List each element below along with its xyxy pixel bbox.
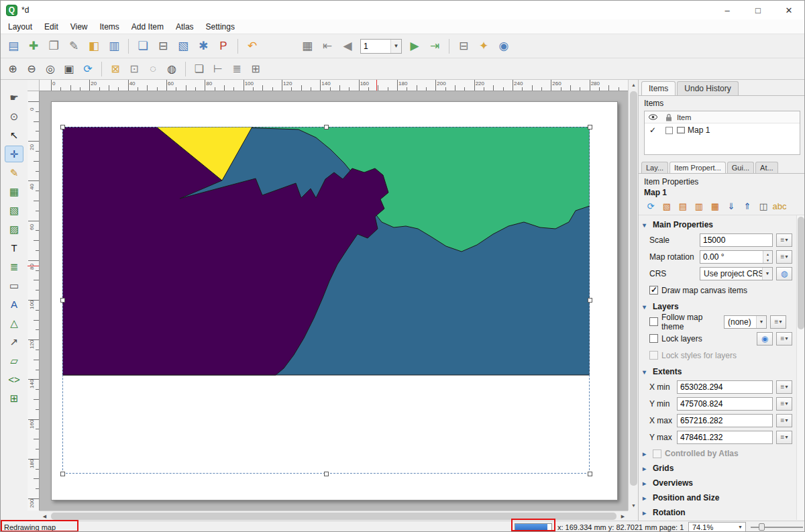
zoom-to-page-icon[interactable]: ◍ bbox=[164, 61, 180, 77]
export-svg-icon[interactable]: ✱ bbox=[195, 38, 212, 55]
x-max-input[interactable] bbox=[677, 414, 773, 427]
pan-tool-icon[interactable]: ☛ bbox=[5, 89, 23, 106]
atlas-previous-feature-icon[interactable]: ◀ bbox=[339, 38, 356, 55]
zoom-slider[interactable] bbox=[751, 521, 803, 532]
tab-items[interactable]: Items bbox=[641, 81, 676, 95]
layout-canvas[interactable] bbox=[40, 91, 628, 511]
add-attribute-table-icon[interactable]: ⊞ bbox=[5, 390, 23, 407]
draw-canvas-items-checkbox[interactable] bbox=[649, 286, 658, 295]
add-3d-map-icon[interactable]: ▧ bbox=[5, 202, 23, 219]
theme-data-defined-button[interactable]: ≡▾ bbox=[770, 315, 786, 329]
scale-data-defined-button[interactable]: ≡▾ bbox=[776, 233, 792, 247]
set-map-extent-to-canvas-icon[interactable]: ▧ bbox=[659, 200, 674, 213]
atlas-first-feature-icon[interactable]: ⇤ bbox=[319, 38, 336, 55]
crs-select-button[interactable]: ◍ bbox=[776, 267, 792, 280]
print-icon[interactable]: ⊟ bbox=[154, 38, 172, 55]
follow-map-theme-checkbox[interactable] bbox=[649, 317, 658, 326]
align-items-icon[interactable]: ⊢ bbox=[210, 61, 226, 77]
atlas-settings-icon[interactable]: ▦ bbox=[299, 38, 316, 55]
spinner-arrows[interactable]: ▴▾ bbox=[763, 251, 772, 263]
tab-undo-history[interactable]: Undo History bbox=[677, 81, 738, 95]
edit-nodes-tool-icon[interactable]: ✎ bbox=[5, 164, 23, 181]
y-min-input[interactable] bbox=[677, 397, 773, 411]
atlas-last-feature-icon[interactable]: ⇥ bbox=[426, 38, 443, 55]
scroll-right-icon[interactable]: ▶ bbox=[618, 511, 628, 521]
page-setup-icon[interactable]: ❏ bbox=[134, 38, 152, 55]
add-picture-icon[interactable]: ▨ bbox=[5, 221, 23, 237]
section-main-properties[interactable]: ▾ Main Properties bbox=[639, 217, 805, 231]
rotation-data-defined-button[interactable]: ≡▾ bbox=[776, 250, 792, 264]
layers-visibility-button[interactable]: ◉ bbox=[757, 332, 773, 345]
save-project-icon[interactable]: ▤ bbox=[5, 38, 22, 55]
lock-selected-items-icon[interactable]: ⊠ bbox=[107, 61, 123, 77]
zoom-in-icon[interactable]: ⊕ bbox=[5, 61, 21, 77]
bookmark-extent-icon[interactable]: ⇓ bbox=[724, 200, 739, 213]
select-move-item-tool-icon[interactable]: ↖ bbox=[5, 127, 23, 144]
export-pdf-icon[interactable]: P bbox=[215, 38, 232, 55]
tab-layout[interactable]: Lay... bbox=[641, 162, 668, 173]
selection-handle[interactable] bbox=[588, 472, 592, 476]
move-pages-icon[interactable]: ❏ bbox=[191, 61, 207, 77]
layout-manager-icon[interactable]: ✎ bbox=[65, 38, 83, 55]
tab-atlas[interactable]: At... bbox=[755, 162, 778, 173]
selection-handle[interactable] bbox=[588, 125, 592, 129]
section-grids[interactable]: ▸ Grids bbox=[639, 460, 805, 475]
distribute-items-icon[interactable]: ≣ bbox=[229, 61, 245, 77]
scrollbar-thumb[interactable] bbox=[51, 513, 616, 520]
layers-data-defined-button[interactable]: ≡▾ bbox=[776, 332, 792, 345]
menu-settings[interactable]: Settings bbox=[200, 21, 241, 33]
menu-layout[interactable]: Layout bbox=[2, 21, 38, 33]
add-legend-icon[interactable]: ≣ bbox=[5, 258, 23, 275]
crs-combo[interactable]: Use project CRS ▼ bbox=[700, 267, 773, 280]
zoom-out-icon[interactable]: ⊖ bbox=[23, 61, 40, 77]
grid-frame-icon[interactable]: ◫ bbox=[756, 200, 771, 213]
slider-handle[interactable] bbox=[759, 523, 765, 531]
add-map-icon[interactable]: ▦ bbox=[5, 183, 23, 200]
tab-item-properties[interactable]: Item Propert... bbox=[669, 162, 726, 173]
section-overviews[interactable]: ▸ Overviews bbox=[639, 475, 805, 490]
zoom-tool-icon[interactable]: ⊙ bbox=[5, 108, 23, 125]
scale-input[interactable] bbox=[700, 233, 773, 247]
refresh-view-icon[interactable]: ⟳ bbox=[80, 61, 96, 77]
lock-checkbox[interactable] bbox=[665, 127, 673, 134]
add-shape-icon[interactable]: △ bbox=[5, 315, 23, 331]
atlas-next-feature-icon[interactable]: ▶ bbox=[406, 38, 423, 55]
horizontal-scrollbar[interactable]: ◀ ▶ bbox=[40, 511, 628, 521]
duplicate-layout-icon[interactable]: ❐ bbox=[45, 38, 62, 55]
selection-handle[interactable] bbox=[324, 472, 329, 476]
close-button[interactable]: ✕ bbox=[773, 1, 804, 19]
resize-items-icon[interactable]: ⊞ bbox=[248, 61, 264, 77]
scroll-up-icon[interactable]: ▲ bbox=[629, 80, 639, 90]
menu-add-item[interactable]: Add Item bbox=[125, 21, 170, 33]
zoom-level-combo[interactable]: 74.1% ▼ bbox=[688, 522, 746, 532]
add-node-item-icon[interactable]: ▱ bbox=[5, 352, 23, 369]
minimize-button[interactable]: – bbox=[712, 1, 743, 19]
export-image-icon[interactable]: ▧ bbox=[174, 38, 192, 55]
scrollbar-thumb[interactable] bbox=[798, 217, 804, 329]
visibility-check-icon[interactable]: ✓ bbox=[649, 125, 656, 135]
menu-edit[interactable]: Edit bbox=[38, 21, 64, 33]
page-number-spinner[interactable]: ▼ bbox=[360, 39, 402, 54]
map-theme-combo[interactable]: (none) ▼ bbox=[724, 315, 767, 329]
save-layout-icon[interactable]: ▥ bbox=[105, 38, 123, 55]
section-controlled-by-atlas[interactable]: ▸ Controlled by Atlas bbox=[639, 445, 805, 460]
menu-items[interactable]: Items bbox=[94, 21, 125, 33]
undo-icon[interactable]: ↶ bbox=[244, 38, 261, 55]
print-atlas-icon[interactable]: ⊟ bbox=[455, 38, 472, 55]
add-label-icon[interactable]: T bbox=[5, 240, 23, 256]
selection-handle[interactable] bbox=[324, 125, 329, 129]
refresh-map-preview-icon[interactable]: ⟳ bbox=[643, 200, 658, 213]
tab-guides[interactable]: Gui... bbox=[727, 162, 754, 173]
move-item-content-tool-icon[interactable]: ✛ bbox=[5, 146, 23, 162]
labeling-settings-icon[interactable]: abc bbox=[772, 200, 787, 213]
scroll-down-icon[interactable]: ▼ bbox=[629, 500, 639, 511]
map-item[interactable] bbox=[62, 127, 590, 474]
maximize-button[interactable]: □ bbox=[743, 1, 773, 19]
new-layout-icon[interactable]: ✚ bbox=[25, 38, 42, 55]
page-number-input[interactable] bbox=[361, 40, 388, 52]
map-rotation-input[interactable] bbox=[700, 251, 763, 263]
add-arrow-icon[interactable]: ↗ bbox=[5, 333, 23, 350]
interactive-edit-icon[interactable]: ⇑ bbox=[740, 200, 755, 213]
item-row-map1[interactable]: ✓ Map 1 bbox=[645, 123, 800, 137]
lock-layers-checkbox[interactable] bbox=[649, 334, 658, 343]
